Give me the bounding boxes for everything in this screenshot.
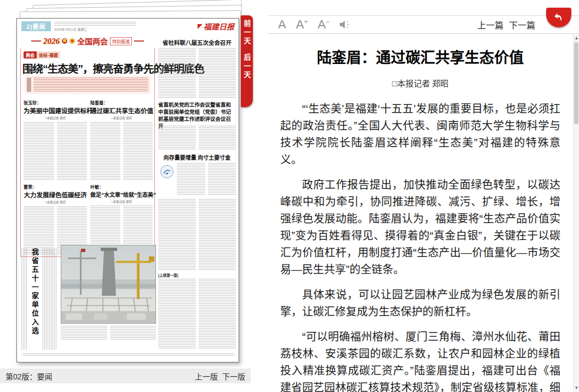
scroll-down-icon[interactable]: ▼ — [574, 384, 579, 391]
banner-year: 2026 — [43, 37, 60, 46]
article-text-lines — [24, 122, 54, 181]
lead-intro-box — [25, 75, 150, 94]
imprint-line — [22, 353, 235, 356]
article-text-lines — [90, 122, 120, 181]
newspaper-page-thumbnail[interactable]: 2|要闻 2026年3月11日 星期三 福建日报 2026 全国两会 特别报道 … — [16, 18, 239, 362]
day-navigation-tab: 前一天 后一天 — [241, 15, 253, 107]
scrollbar-thumb[interactable] — [574, 42, 578, 124]
right-article-text — [177, 163, 236, 196]
return-arrow-icon — [553, 12, 565, 23]
right-article-headline[interactable]: 向存量要增量 向寸土要寸金 — [158, 153, 236, 161]
article-text-lines — [123, 122, 153, 181]
scroll-up-icon[interactable]: ▲ — [574, 34, 579, 41]
masthead-logo: 福建日报 — [198, 21, 234, 32]
article-title: 陆銮眉：通过碳汇共享生态价值 — [280, 46, 560, 67]
special-report-banner: 2026 全国两会 特别报道 — [20, 34, 155, 48]
article-cell[interactable]: 叶敏： 做足“水文章”绘就“生态美” □本报记者 郑昭 — [90, 184, 153, 255]
intro-text-lines — [33, 78, 148, 92]
prev-article-button[interactable]: 上一篇 — [477, 18, 503, 31]
font-increase-button[interactable]: A+ — [296, 19, 308, 31]
national-emblem-icon — [62, 38, 67, 44]
right-article-text — [158, 126, 236, 150]
page-navigation-bar: 第02版：要闻 上一版 下一版 — [0, 368, 251, 383]
right-article-text — [158, 48, 236, 98]
lead-headline[interactable]: 围绕“生态美”，擦亮奋勇争先的鲜明底色 — [22, 60, 153, 76]
right-article-headline[interactable]: 省社科联八届五次全会召开 — [158, 38, 236, 46]
intro-label — [27, 78, 31, 92]
banner-title: 全国两会 — [77, 36, 108, 46]
article-navigation: 上一篇 下一篇 — [477, 18, 535, 31]
article-text-lines — [57, 122, 88, 181]
vertical-text-lines — [21, 248, 27, 350]
article-cell[interactable]: 陆銮眉： 通过碳汇共享生态价值 □本报记者 郑昭 — [90, 100, 153, 182]
edition-date: 2026年3月11日 星期三 — [54, 27, 88, 32]
reader-toolbar: A A+ A− 上一篇 下一篇 — [268, 15, 579, 34]
article-content: 陆銮眉：通过碳汇共享生态价值 □本报记者 郑昭 “‘生态美’是福建‘十五五’发展… — [280, 38, 560, 392]
article-reader-pane: A A+ A− 上一篇 下一篇 陆銮眉：通过碳汇共享生态价值 — [268, 0, 579, 392]
banner-tag: 特别报道 — [110, 37, 132, 45]
article-cell[interactable]: 曹荣： 大力发展绿色低碳经济 □本报记者 郑昭 — [24, 184, 87, 255]
article-paragraph: “可以明确福州榕树、厦门三角梅、漳州水仙花、莆田荔枝林、安溪茶园的碳汇系数，让农… — [280, 329, 560, 392]
reader-scrollbar[interactable]: ▲ ▼ — [573, 34, 579, 392]
prev-page-button[interactable]: 上一版 — [195, 371, 218, 382]
cppcc-emblem-icon — [70, 38, 75, 44]
photo-caption — [61, 326, 156, 340]
news-photo[interactable] — [61, 245, 156, 324]
banner-rule — [31, 40, 41, 42]
edition-meta-text — [54, 22, 136, 26]
next-article-button[interactable]: 下一篇 — [509, 18, 535, 31]
next-day-button[interactable]: 后一天 — [242, 54, 252, 80]
speaker-icon[interactable] — [339, 20, 350, 29]
epaper-reader-app: 2|要闻 2026年3月11日 星期三 福建日报 2026 全国两会 特别报道 … — [0, 0, 579, 392]
masthead-flag-icon — [198, 24, 202, 29]
right-article-text — [158, 199, 236, 270]
font-normal-button[interactable]: A — [278, 19, 286, 31]
article-byline: □本报记者 郑昭 — [280, 77, 560, 89]
next-page-button[interactable]: 下一版 — [222, 371, 245, 382]
article-cell[interactable]: 张玉珍： 为美丽中国建设提供标杆 □本报记者 郑昭 — [24, 100, 87, 182]
font-decrease-button[interactable]: A− — [317, 19, 329, 31]
prev-day-button[interactable]: 前一天 — [242, 20, 252, 46]
current-page-label: 第02版：要闻 — [5, 371, 53, 382]
continuation-mark: (上接第一版) — [158, 272, 178, 278]
article-body: “‘生态美’是福建‘十五五’发展的重要目标，也是必须扛起的政治责任。”全国人大代… — [280, 101, 560, 392]
page-section-tag: 2|要闻 — [21, 21, 51, 31]
article-paragraph: 具体来说，可以让园艺园林产业成为绿色发展的新引擎，让碳汇修复成为生态保护的新杠杆… — [280, 286, 560, 320]
vertical-text-lines — [43, 248, 57, 350]
banner-rule — [134, 40, 144, 42]
right-article-text — [158, 279, 236, 349]
vertical-headline: 我省五十一家单位入选 — [30, 248, 40, 344]
article-paragraph: “‘生态美’是福建‘十五五’发展的重要目标，也是必须扛起的政治责任。”全国人大代… — [280, 101, 560, 168]
column-logo-icon — [160, 165, 173, 178]
vertical-article[interactable]: 我省五十一家单位入选 — [21, 248, 59, 350]
article-paragraph: 政府工作报告提出，加快推动全面绿色转型，以碳达峰碳中和为牵引，协同推进降碳、减污… — [280, 177, 560, 278]
column-kicker: 两会 坐标·福建 — [24, 51, 60, 58]
